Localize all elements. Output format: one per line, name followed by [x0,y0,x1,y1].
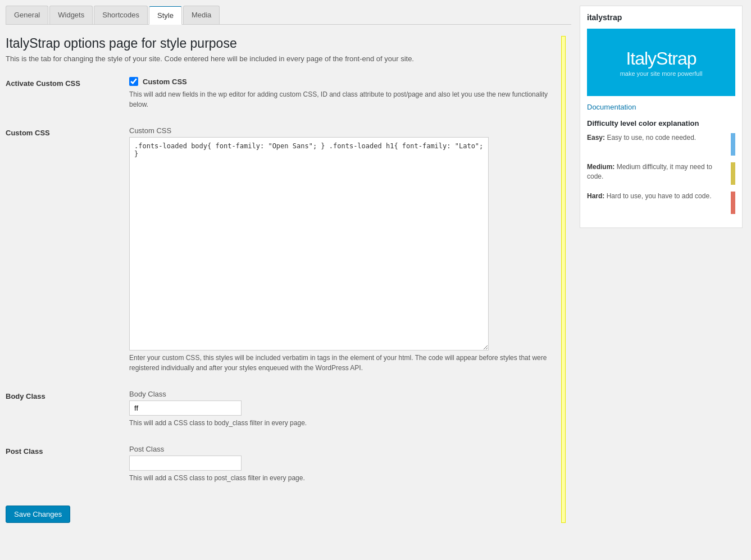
custom-css-description: Enter your custom CSS, this styles will … [129,353,556,373]
save-button[interactable]: Save Changes [6,506,70,523]
divider-bar [561,36,566,523]
difficulty-title: Difficulty level color explanation [587,119,735,128]
difficulty-hard-text: Hard: Hard to use, you have to add code. [587,192,726,201]
difficulty-hard-level: Hard: [587,192,604,200]
custom-css-textarea[interactable] [129,137,489,350]
activate-custom-css-field: Custom CSS This will add new fields in t… [129,77,556,110]
activate-custom-css-row: Activate Custom CSS Custom CSS This will… [6,77,556,110]
body-class-field: Body Class This will add a CSS class to … [129,390,556,428]
sidebar-title: italystrap [587,13,735,22]
body-class-label: Body Class [6,390,129,400]
post-class-input[interactable] [129,456,242,471]
documentation-link[interactable]: Documentation [587,103,636,111]
difficulty-hard: Hard: Hard to use, you have to add code. [587,192,735,214]
custom-css-row: Custom CSS Custom CSS Enter your custom … [6,126,556,373]
post-class-sublabel: Post Class [129,445,556,453]
page-subtitle: This is the tab for changing the style o… [6,54,556,63]
difficulty-hard-description: Hard to use, you have to add code. [607,192,712,200]
activate-custom-css-label: Activate Custom CSS [6,77,129,88]
difficulty-easy-level: Easy: [587,134,605,142]
difficulty-medium-bar [731,162,735,185]
custom-css-sublabel: Custom CSS [129,126,556,135]
tab-media[interactable]: Media [183,6,220,24]
activate-custom-css-checkbox-label: Custom CSS [143,78,187,86]
body-class-sublabel: Body Class [129,390,556,398]
difficulty-section: Difficulty level color explanation Easy:… [587,119,735,214]
tab-widgets[interactable]: Widgets [49,6,93,24]
difficulty-medium: Medium: Medium difficulty, it may need t… [587,162,735,185]
difficulty-medium-level: Medium: [587,163,615,171]
difficulty-hard-bar [731,192,735,214]
sidebar: italystrap ItalyStrap make your site mor… [580,6,743,228]
body-class-description: This will add a CSS class to body_class … [129,418,556,428]
difficulty-easy-bar [731,133,735,156]
body-class-input[interactable] [129,400,242,416]
post-class-label: Post Class [6,445,129,456]
logo-text: ItalyStrap [626,48,696,69]
body-class-row: Body Class Body Class This will add a CS… [6,390,556,428]
activate-custom-css-checkbox[interactable] [129,77,138,86]
page-title: ItalyStrap options page for style purpos… [6,36,556,51]
difficulty-easy-text: Easy: Easy to use, no code needed. [587,133,726,143]
post-class-field: Post Class This will add a CSS class to … [129,445,556,483]
difficulty-easy-description: Easy to use, no code needed. [607,134,696,142]
tab-style[interactable]: Style [149,6,182,25]
logo-subtext: make your site more powerfull [620,70,703,77]
activate-custom-css-description: This will add new fields in the wp edito… [129,89,556,110]
post-class-description: This will add a CSS class to post_class … [129,473,556,483]
sidebar-logo: ItalyStrap make your site more powerfull [587,29,735,96]
tab-general[interactable]: General [6,6,48,24]
post-class-row: Post Class Post Class This will add a CS… [6,445,556,483]
custom-css-field: Custom CSS Enter your custom CSS, this s… [129,126,556,373]
difficulty-medium-text: Medium: Medium difficulty, it may need t… [587,162,726,181]
difficulty-easy: Easy: Easy to use, no code needed. [587,133,735,156]
custom-css-label: Custom CSS [6,126,129,137]
tab-bar: General Widgets Shortcodes Style Media [6,6,571,25]
tab-shortcodes[interactable]: Shortcodes [94,6,148,24]
